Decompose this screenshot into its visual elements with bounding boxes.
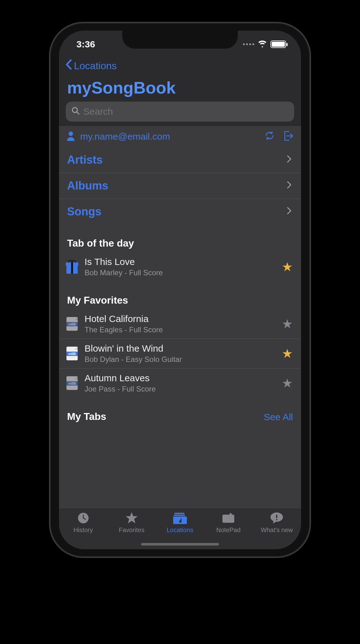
svg-rect-8	[173, 517, 187, 524]
msb-file-icon: mSB	[65, 346, 79, 361]
svg-rect-15	[276, 515, 277, 518]
star-icon[interactable]: ★	[282, 260, 293, 274]
notch	[122, 31, 238, 49]
side-button	[49, 117, 50, 138]
tab-of-day-heading: Tab of the day	[59, 224, 301, 252]
battery-icon	[270, 41, 286, 48]
home-indicator[interactable]	[141, 543, 219, 545]
star-icon[interactable]: ★	[282, 376, 293, 390]
page-title: mySongBook	[59, 75, 301, 102]
status-time: 3:36	[76, 39, 95, 50]
svg-line-1	[77, 112, 79, 114]
chevron-right-icon	[287, 180, 292, 191]
tab-history[interactable]: History	[59, 512, 107, 549]
song-title: Autumn Leaves	[85, 373, 276, 383]
speech-bubble-icon	[270, 512, 284, 525]
tab-whats-new[interactable]: What's new	[253, 512, 301, 549]
back-button[interactable]: Locations	[59, 58, 301, 75]
refresh-button[interactable]	[264, 130, 275, 143]
browse-list: Artists Albums Songs	[59, 147, 301, 224]
tab-label: NotePad	[216, 526, 241, 534]
msb-file-icon: mSB	[65, 316, 79, 331]
star-icon	[125, 512, 139, 525]
svg-rect-6	[174, 513, 184, 514]
song-subtitle: Bob Marley - Full Score	[85, 268, 276, 277]
favorites-heading: My Favorites	[59, 281, 301, 309]
star-icon[interactable]: ★	[282, 346, 293, 361]
msb-file-icon: mSB	[65, 376, 79, 391]
account-email: my.name@email.com	[80, 131, 259, 142]
svg-rect-7	[174, 515, 185, 516]
screen: 3:36 Locations mySongBook	[59, 31, 301, 549]
chevron-right-icon	[287, 206, 292, 217]
section-heading-label: My Favorites	[67, 295, 128, 306]
favorite-item[interactable]: mSB Hotel California The Eagles - Full S…	[59, 309, 301, 339]
account-row: my.name@email.com	[59, 126, 301, 147]
search-icon	[71, 106, 80, 117]
song-subtitle: Joe Pass - Full Score	[85, 385, 276, 393]
chevron-right-icon	[287, 155, 292, 165]
side-button	[49, 201, 50, 241]
star-icon[interactable]: ★	[282, 317, 293, 331]
status-icons	[243, 39, 286, 50]
song-title: Hotel California	[85, 314, 276, 324]
browse-artists[interactable]: Artists	[59, 147, 301, 173]
tab-label: Locations	[167, 526, 193, 534]
tab-label: Favorites	[119, 526, 144, 534]
logout-icon	[283, 130, 294, 142]
person-icon	[66, 131, 75, 142]
browse-item-label: Albums	[67, 179, 108, 192]
favorite-item[interactable]: mSB Autumn Leaves Joe Pass - Full Score …	[59, 368, 301, 398]
tab-label: History	[73, 526, 93, 534]
wifi-icon	[257, 39, 267, 50]
song-subtitle: The Eagles - Full Score	[85, 325, 276, 334]
clock-icon	[77, 512, 90, 525]
browse-albums[interactable]: Albums	[59, 173, 301, 199]
browse-item-label: Songs	[67, 205, 101, 218]
phone-frame: 3:36 Locations mySongBook	[49, 22, 311, 558]
logout-button[interactable]	[283, 130, 294, 143]
refresh-icon	[264, 130, 275, 141]
locations-icon	[173, 512, 187, 525]
svg-marker-5	[126, 512, 138, 523]
chevron-left-icon	[65, 59, 72, 72]
browse-songs[interactable]: Songs	[59, 199, 301, 224]
side-button	[310, 160, 311, 223]
section-heading-label: Tab of the day	[67, 238, 134, 249]
notepad-icon	[222, 512, 235, 525]
tab-label: What's new	[261, 526, 293, 534]
back-label: Locations	[74, 60, 117, 72]
song-subtitle: Bob Dylan - Easy Solo Guitar	[85, 355, 276, 364]
cellular-dots-icon	[243, 43, 254, 45]
see-all-button[interactable]: See All	[264, 412, 293, 422]
search-input[interactable]	[66, 102, 294, 122]
my-tabs-heading: My Tabs See All	[59, 398, 301, 425]
content-area: Tab of the day Is This Love Bob Marley -…	[59, 224, 301, 509]
gift-icon	[65, 259, 79, 274]
section-heading-label: My Tabs	[67, 411, 106, 422]
search-field[interactable]	[83, 106, 289, 117]
favorite-item[interactable]: mSB Blowin' in the Wind Bob Dylan - Easy…	[59, 339, 301, 368]
svg-point-16	[276, 519, 277, 520]
side-button	[49, 151, 50, 191]
song-title: Is This Love	[85, 257, 276, 267]
tab-of-day-item[interactable]: Is This Love Bob Marley - Full Score ★	[59, 252, 301, 281]
svg-point-2	[69, 132, 73, 136]
browse-item-label: Artists	[67, 153, 103, 166]
song-title: Blowin' in the Wind	[85, 343, 276, 354]
